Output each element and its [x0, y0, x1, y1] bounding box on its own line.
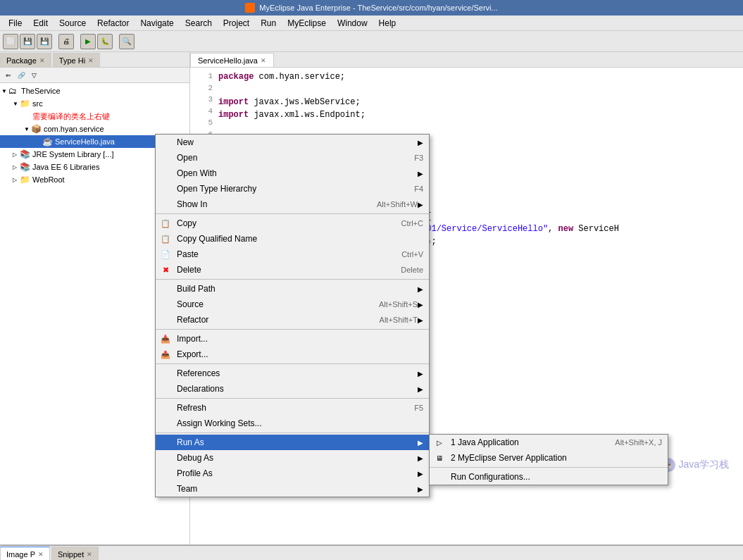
theservice-label: TheService — [21, 87, 61, 95]
menu-references[interactable]: References ▶ — [156, 366, 429, 381]
package-panel-toolbar: ⇐ 🔗 ▽ — [0, 68, 189, 83]
collapse-all-btn[interactable]: ⇐ — [3, 70, 14, 81]
bottom-tab-bar: Image P ✕ Snippet ✕ — [0, 546, 743, 560]
menu-assign-working-sets[interactable]: Assign Working Sets... — [156, 416, 429, 431]
tree-item-theservice[interactable]: ▼ 🗂 TheService — [0, 85, 189, 97]
toolbar-search-btn[interactable]: 🔍 — [119, 34, 135, 49]
toolbar-save-btn[interactable]: 💾 — [20, 34, 35, 49]
menu-navigate[interactable]: Navigate — [135, 17, 179, 30]
watermark-text: Java学习栈 — [678, 459, 729, 471]
toolbar: ⬜ 💾 💾 🖨 ▶ 🐛 🔍 — [0, 31, 743, 52]
menu-export[interactable]: 📤 Export... — [156, 347, 429, 362]
menu-profile-as[interactable]: Profile As ▶ — [156, 466, 429, 481]
view-menu-btn[interactable]: ▽ — [28, 70, 39, 81]
tab-type-hierarchy[interactable]: Type Hi ✕ — [53, 53, 100, 67]
bottom-panel: Image P ✕ Snippet ✕ ⬅ ⬛ 🔍 🔍 — [0, 545, 743, 560]
menu-debug-as[interactable]: Debug As ▶ — [156, 450, 429, 466]
menu-build-path[interactable]: Build Path ▶ — [156, 281, 429, 297]
submenu-myeclipse-server[interactable]: 🖥 2 MyEclipse Server Application — [430, 450, 668, 466]
menu-run-as[interactable]: Run As ▶ — [156, 435, 429, 450]
snippet-label: Snippet — [58, 550, 84, 559]
menu-window[interactable]: Window — [332, 17, 373, 30]
menu-paste[interactable]: 📄 Paste Ctrl+V — [156, 247, 429, 262]
menu-source[interactable]: Source — [54, 17, 92, 30]
title-text: MyEclipse Java Enterprise - TheService/s… — [259, 4, 497, 12]
expand-webroot[interactable]: ▷ — [13, 177, 20, 183]
src-folder-icon: 📁 — [20, 99, 31, 108]
java-app-icon: ▷ — [434, 439, 445, 447]
separator-2 — [156, 279, 429, 280]
menu-declarations[interactable]: Declarations ▶ — [156, 381, 429, 397]
export-icon: 📤 — [160, 350, 171, 359]
toolbar-new-btn[interactable]: ⬜ — [3, 34, 18, 49]
menu-myeclipse[interactable]: MyEclipse — [282, 17, 332, 30]
submenu-java-application[interactable]: ▷ 1 Java Application Alt+Shift+X, J — [430, 435, 668, 450]
separator-1 — [156, 213, 429, 214]
menu-open[interactable]: Open F3 — [156, 150, 429, 166]
expand-theservice[interactable]: ▼ — [1, 88, 8, 94]
code-line-5 — [218, 121, 743, 134]
package-tab-close[interactable]: ✕ — [39, 57, 45, 64]
menu-source[interactable]: Source Alt+Shift+S ▶ — [156, 297, 429, 312]
delete-icon: ✖ — [160, 266, 171, 275]
servicehello-label: ServiceHello.java — [55, 137, 115, 146]
java-file-icon: ☕ — [42, 137, 54, 147]
image-preview-label: Image P — [6, 550, 35, 559]
expand-jre[interactable]: ▷ — [13, 151, 20, 158]
editor-tab-close[interactable]: ✕ — [261, 57, 266, 64]
editor-tab-servicehello[interactable]: ServiceHello.java ✕ — [190, 53, 274, 67]
project-icon: 🗂 — [8, 86, 20, 96]
menu-edit[interactable]: Edit — [27, 17, 54, 30]
src-label: src — [32, 99, 43, 108]
import-icon: 📥 — [160, 335, 171, 344]
code-line-1: package com.hyan.service; — [218, 70, 743, 83]
link-editor-btn[interactable]: 🔗 — [15, 70, 27, 81]
menu-team[interactable]: Team ▶ — [156, 481, 429, 497]
snippet-close[interactable]: ✕ — [87, 551, 92, 558]
submenu-run-as: ▷ 1 Java Application Alt+Shift+X, J 🖥 2 … — [429, 434, 668, 485]
type-hi-tab-label: Type Hi — [59, 56, 85, 65]
menu-refactor[interactable]: Refactor — [92, 17, 135, 30]
menu-search[interactable]: Search — [180, 17, 218, 30]
image-preview-close[interactable]: ✕ — [38, 551, 44, 558]
toolbar-run-btn[interactable]: ▶ — [80, 34, 96, 49]
expand-javaee[interactable]: ▷ — [13, 164, 20, 170]
menu-copy[interactable]: 📋 Copy Ctrl+C — [156, 216, 429, 231]
tab-package[interactable]: Package ✕ — [0, 53, 51, 67]
expand-src[interactable]: ▼ — [13, 101, 20, 107]
menu-file[interactable]: File — [3, 17, 27, 30]
package-label: com.hyan.service — [44, 125, 104, 133]
tab-image-preview[interactable]: Image P ✕ — [0, 547, 50, 560]
code-line-3: import javax.jws.WebService; — [218, 96, 743, 108]
menu-show-in[interactable]: Show In Alt+Shift+W ▶ — [156, 197, 429, 212]
left-tab-bar: Package ✕ Type Hi ✕ — [0, 52, 189, 68]
menu-delete[interactable]: ✖ Delete Delete — [156, 262, 429, 278]
submenu-run-configurations[interactable]: Run Configurations... — [430, 469, 668, 485]
package-tab-label: Package — [6, 56, 37, 65]
separator-3 — [156, 329, 429, 330]
copy-icon: 📋 — [160, 219, 171, 228]
tree-item-src[interactable]: ▼ 📁 src — [0, 97, 189, 110]
javaee-icon: 📚 — [20, 162, 31, 172]
menu-new[interactable]: New ▶ — [156, 135, 429, 150]
code-line-4: import javax.xml.ws.Endpoint; — [218, 108, 743, 121]
separator-6 — [156, 433, 429, 433]
toolbar-save-all-btn[interactable]: 💾 — [37, 34, 52, 49]
toolbar-print-btn[interactable]: 🖨 — [58, 34, 74, 49]
server-icon: 🖥 — [434, 454, 445, 462]
menu-project[interactable]: Project — [218, 17, 255, 30]
menu-refactor[interactable]: Refactor Alt+Shift+T ▶ — [156, 312, 429, 328]
menu-run[interactable]: Run — [255, 17, 282, 30]
copy-qualified-icon: 📋 — [160, 235, 171, 244]
menu-help[interactable]: Help — [373, 17, 402, 30]
toolbar-debug-btn[interactable]: 🐛 — [97, 34, 113, 49]
expand-package[interactable]: ▼ — [24, 126, 31, 132]
package-icon: 📦 — [31, 124, 42, 134]
menu-open-with[interactable]: Open With ▶ — [156, 166, 429, 181]
menu-open-type-hierarchy[interactable]: Open Type Hierarchy F4 — [156, 181, 429, 197]
menu-import[interactable]: 📥 Import... — [156, 331, 429, 347]
type-hi-tab-close[interactable]: ✕ — [88, 57, 94, 64]
menu-copy-qualified[interactable]: 📋 Copy Qualified Name — [156, 231, 429, 247]
tab-snippet[interactable]: Snippet ✕ — [51, 547, 99, 560]
menu-refresh[interactable]: Refresh F5 — [156, 400, 429, 416]
